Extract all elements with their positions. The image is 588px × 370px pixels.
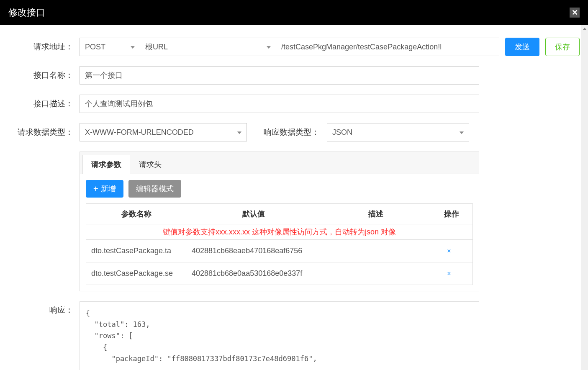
- url-path-input[interactable]: [276, 38, 499, 56]
- delete-row-button[interactable]: ×: [428, 247, 470, 255]
- scrollbar[interactable]: [581, 25, 588, 370]
- plus-icon: +: [93, 184, 98, 194]
- th-description: 描述: [321, 204, 431, 224]
- close-button[interactable]: ✕: [570, 8, 580, 18]
- base-url-value: 根URL: [145, 42, 168, 52]
- label-params-spacer: [8, 152, 80, 155]
- label-request-url: 请求地址：: [8, 41, 80, 52]
- editor-mode-button[interactable]: 编辑器模式: [128, 180, 181, 198]
- response-data-type-select[interactable]: JSON: [327, 123, 469, 141]
- close-icon: ✕: [572, 8, 578, 17]
- cell-param-name[interactable]: dto.testCasePackage.se: [89, 269, 189, 278]
- modal-title: 修改接口: [8, 6, 45, 19]
- delete-row-button[interactable]: ×: [428, 270, 470, 278]
- label-response: 响应：: [8, 301, 80, 316]
- add-param-button[interactable]: + 新增: [86, 180, 123, 198]
- th-operation: 操作: [431, 204, 472, 224]
- modal-header: 修改接口 ✕: [0, 0, 588, 25]
- method-select-value: POST: [85, 43, 105, 51]
- label-response-data-type: 响应数据类型：: [247, 127, 327, 138]
- row-response: 响应： { "total": 163, "rows": [ { "package…: [8, 301, 580, 370]
- method-select[interactable]: POST: [80, 38, 140, 56]
- row-data-type: 请求数据类型： X-WWW-FORM-URLENCODED 响应数据类型： JS…: [8, 123, 580, 141]
- params-tabs-container: 请求参数 请求头 + 新增 编辑器模式 参数名称 默认值 描述 操作: [80, 152, 479, 291]
- request-url-controls: POST 根URL 发送 保存: [80, 38, 580, 56]
- th-param-name: 参数名称: [86, 204, 187, 224]
- th-default-value: 默认值: [187, 204, 321, 224]
- params-toolbar: + 新增 编辑器模式: [86, 180, 473, 198]
- modal-content: 请求地址： POST 根URL 发送 保存 接口名称： 接口描述： 请求数据类型…: [0, 25, 588, 370]
- send-button[interactable]: 发送: [505, 38, 539, 56]
- response-body[interactable]: { "total": 163, "rows": [ { "packageId":…: [80, 301, 479, 370]
- row-interface-name: 接口名称：: [8, 66, 580, 85]
- interface-desc-input[interactable]: [80, 95, 479, 113]
- cell-param-name[interactable]: dto.testCasePackage.ta: [89, 247, 189, 255]
- row-params: 请求参数 请求头 + 新增 编辑器模式 参数名称 默认值 描述 操作: [8, 152, 580, 291]
- table-row: dto.testCasePackage.se 402881cb68e0aa530…: [86, 262, 472, 285]
- save-button[interactable]: 保存: [545, 38, 580, 56]
- interface-name-input[interactable]: [80, 66, 479, 85]
- request-data-type-value: X-WWW-FORM-URLENCODED: [85, 128, 194, 137]
- response-data-type-value: JSON: [332, 128, 352, 137]
- cell-default-value[interactable]: 402881cb68eaeb470168eaf6756: [189, 247, 323, 255]
- label-interface-name: 接口名称：: [8, 70, 80, 81]
- request-data-type-select[interactable]: X-WWW-FORM-URLENCODED: [80, 123, 247, 141]
- tab-request-headers[interactable]: 请求头: [130, 155, 170, 174]
- table-header-row: 参数名称 默认值 描述 操作: [86, 204, 472, 224]
- label-interface-desc: 接口描述：: [8, 98, 80, 109]
- tab-content: + 新增 编辑器模式 参数名称 默认值 描述 操作 键值对参数支持xxx.xxx…: [80, 174, 479, 291]
- table-row: dto.testCasePackage.ta 402881cb68eaeb470…: [86, 239, 472, 262]
- label-request-data-type: 请求数据类型：: [8, 127, 80, 138]
- chevron-up-icon: [583, 28, 586, 30]
- scrollbar-up-button[interactable]: [581, 25, 588, 32]
- params-hint: 键值对参数支持xxx.xxx.xx 这种对像属性访问方式，自动转为json 对像: [86, 224, 472, 239]
- row-interface-desc: 接口描述：: [8, 95, 580, 113]
- tab-request-params[interactable]: 请求参数: [82, 155, 130, 174]
- base-url-select[interactable]: 根URL: [140, 38, 276, 56]
- cell-default-value[interactable]: 402881cb68e0aa530168e0e337f: [189, 269, 323, 278]
- add-button-label: 新增: [101, 184, 116, 194]
- tab-headers: 请求参数 请求头: [80, 152, 479, 174]
- params-table: 参数名称 默认值 描述 操作 键值对参数支持xxx.xxx.xx 这种对像属性访…: [86, 203, 473, 285]
- row-request-url: 请求地址： POST 根URL 发送 保存: [8, 38, 580, 56]
